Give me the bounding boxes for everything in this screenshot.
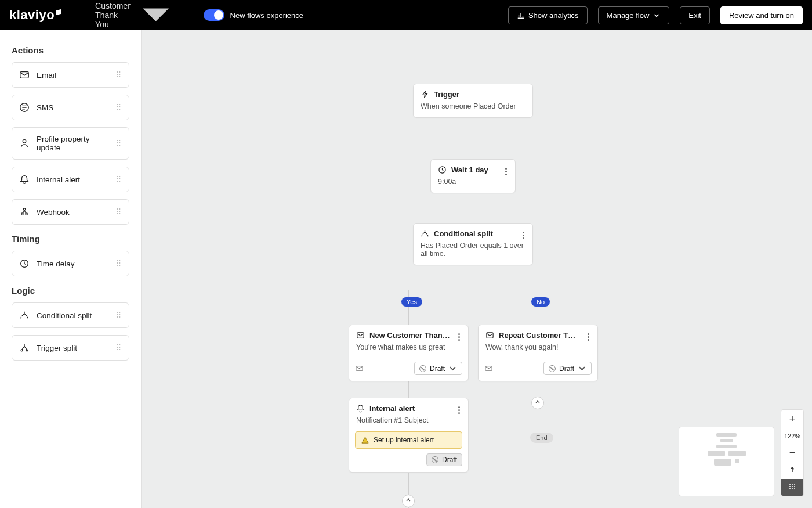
svg-point-7 [21,350,23,351]
trigger-split-icon [19,343,30,353]
end-badge: End [530,433,553,443]
webhook-icon [19,207,30,217]
caret-down-icon [136,0,175,35]
bell-icon [19,174,30,185]
yes-pill: Yes [401,297,422,307]
manage-flow-button[interactable]: Manage flow [598,6,670,24]
status-dropdown[interactable]: Draft [543,362,592,375]
klaviyo-logo: klaviyo [9,8,61,23]
svg-rect-12 [487,333,493,338]
action-email-label: Email [37,71,56,80]
trigger-desc: When someone Placed Order [414,101,532,117]
connector [408,290,538,290]
connector [473,114,473,159]
draft-status-icon [549,365,556,372]
bell-icon [356,404,365,413]
action-profile-update-label: Profile property update [37,135,108,152]
zoom-fit-button[interactable] [781,462,803,479]
zoom-out-button[interactable]: − [781,443,803,462]
chart-icon [517,11,525,19]
split-icon [405,498,412,505]
drag-handle-icon: ⠿ [115,343,122,352]
email-new-title: New Customer Thank You: Em… [369,331,451,340]
split-icon [19,310,30,320]
svg-point-20 [789,488,791,489]
svg-point-5 [23,208,26,211]
alert-warning-text: Set up internal alert [374,436,434,444]
zoom-level: 122% [781,429,803,443]
toggle-label: New flows experience [230,11,303,20]
email-repeat-desc: Wow, thank you again! [478,342,597,358]
svg-point-17 [789,486,791,487]
timing-time-delay[interactable]: Time delay ⠿ [12,251,129,276]
action-webhook[interactable]: Webhook ⠿ [12,199,129,225]
section-logic-title: Logic [12,286,129,296]
svg-point-16 [794,484,795,485]
logic-conditional-split-label: Conditional split [37,311,92,320]
email-repeat-customer-node[interactable]: Repeat Customer Thank You:… Wow, thank y… [478,325,598,381]
clock-icon [19,258,30,269]
chevron-down-icon [448,364,457,373]
warning-icon [361,437,369,444]
drag-handle-icon: ⠿ [115,103,122,112]
minimap[interactable] [679,427,774,496]
action-sms-label: SMS [37,103,53,112]
wait-title: Wait 1 day [451,165,488,174]
svg-point-22 [794,488,795,489]
action-email[interactable]: Email ⠿ [12,62,129,88]
node-more-button[interactable] [521,229,525,238]
logo-flag-icon [56,9,61,16]
grid-toggle-button[interactable] [781,479,803,496]
alert-desc: Notification #1 Subject [349,415,468,431]
zoom-in-button[interactable]: + [781,410,803,429]
wait-node[interactable]: Wait 1 day 9:00a [430,159,516,193]
svg-point-8 [26,350,28,351]
logic-trigger-split-label: Trigger split [37,344,77,352]
action-webhook-label: Webhook [37,208,70,217]
status-text: Draft [430,365,445,373]
alert-warning-banner[interactable]: Set up internal alert [355,431,462,449]
drag-handle-icon: ⠿ [115,311,122,320]
flow-canvas[interactable]: Trigger When someone Placed Order Wait 1… [142,30,812,508]
email-icon [19,70,30,80]
logic-trigger-split[interactable]: Trigger split ⠿ [12,335,129,361]
connector [538,290,538,325]
flow-name-text: Customer Thank You [95,1,132,29]
node-more-button[interactable] [457,404,461,413]
status-text: Draft [442,456,457,464]
status-badge[interactable]: Draft [426,453,462,466]
new-flows-toggle[interactable] [204,9,224,21]
action-internal-alert[interactable]: Internal alert ⠿ [12,167,129,192]
section-timing-title: Timing [12,234,129,244]
action-internal-alert-label: Internal alert [37,175,80,184]
chevron-down-icon [578,364,586,373]
conditional-split-node[interactable]: Conditional split Has Placed Order equal… [413,223,533,265]
split-icon [420,229,429,238]
status-dropdown[interactable]: Draft [414,362,462,375]
node-more-button[interactable] [586,331,590,340]
person-icon [19,138,30,149]
action-sms[interactable]: SMS ⠿ [12,95,129,120]
trigger-node[interactable]: Trigger When someone Placed Order [413,84,533,118]
drag-handle-icon: ⠿ [115,259,122,268]
exit-label: Exit [688,11,701,20]
email-new-customer-node[interactable]: New Customer Thank You: Em… You're what … [349,325,469,381]
logo-text: klaviyo [9,8,55,23]
exit-button[interactable]: Exit [680,6,710,24]
draft-status-icon [419,365,426,372]
review-turn-on-button[interactable]: Review and turn on [720,6,803,24]
internal-alert-node[interactable]: Internal alert Notification #1 Subject S… [349,398,469,473]
svg-point-18 [792,486,793,487]
show-analytics-button[interactable]: Show analytics [508,6,588,24]
logic-conditional-split[interactable]: Conditional split ⠿ [12,302,129,328]
join-node[interactable] [531,397,544,409]
node-more-button[interactable] [457,331,461,340]
node-more-button[interactable] [504,165,508,174]
arrow-up-icon [788,466,796,474]
join-node[interactable] [402,495,415,507]
action-profile-update[interactable]: Profile property update ⠿ [12,127,129,160]
flow-name-dropdown[interactable]: Customer Thank You [95,0,176,35]
split-desc: Has Placed Order equals 1 over all time. [414,240,532,265]
svg-point-21 [792,488,793,489]
email-repeat-title: Repeat Customer Thank You:… [499,331,580,340]
